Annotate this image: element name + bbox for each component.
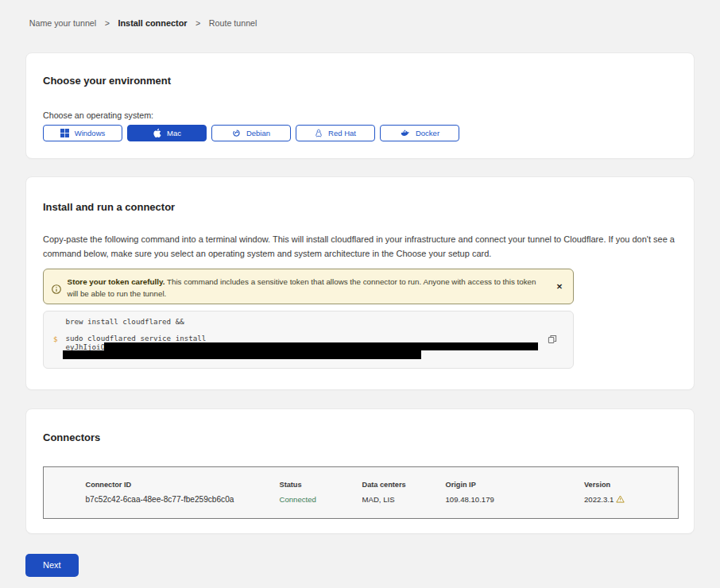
os-button-label: Debian xyxy=(246,129,270,137)
os-button-debian[interactable]: Debian xyxy=(211,125,291,141)
breadcrumb-route-tunnel[interactable]: Route tunnel xyxy=(209,19,257,28)
redacted-token-bar xyxy=(63,350,421,358)
column-header-status: Status xyxy=(280,482,302,489)
redacted-token-bar xyxy=(104,342,538,351)
debian-icon xyxy=(232,129,241,137)
os-button-label: Windows xyxy=(75,129,106,137)
install-connector-card: Install and run a connector Copy-paste t… xyxy=(25,176,695,390)
os-button-docker[interactable]: Docker xyxy=(380,125,459,141)
connector-status-value: Connected xyxy=(280,496,316,504)
copy-icon[interactable] xyxy=(547,335,558,346)
breadcrumb-name-your-tunnel[interactable]: Name your tunnel xyxy=(29,19,96,28)
connector-id-value: b7c52c42-6caa-48ee-8c77-fbe259cb6c0a xyxy=(86,496,234,504)
token-warning-text: Store your token carefully. This command… xyxy=(68,277,542,300)
install-connector-title: Install and run a connector xyxy=(43,202,175,212)
version-number: 2022.3.1 xyxy=(584,496,614,504)
install-connector-description: Copy-paste the following command into a … xyxy=(43,233,679,261)
info-circle-icon xyxy=(52,283,61,292)
os-button-redhat[interactable]: Red Hat xyxy=(296,125,375,141)
column-header-data-centers: Data centers xyxy=(362,482,406,489)
close-icon[interactable]: ✕ xyxy=(553,280,566,293)
connector-data-centers-value: MAD, LIS xyxy=(362,496,395,504)
os-button-label: Red Hat xyxy=(328,129,356,137)
column-header-origin-ip: Origin IP xyxy=(446,482,476,489)
column-header-connector-id: Connector ID xyxy=(86,482,132,489)
connectors-card: Connectors Connector ID Status Data cent… xyxy=(25,408,695,535)
terminal-prompt: $ xyxy=(53,335,58,342)
os-button-windows[interactable]: Windows xyxy=(43,125,122,141)
apple-icon xyxy=(153,128,161,138)
environment-card: Choose your environment Choose an operat… xyxy=(25,52,695,159)
os-button-label: Docker xyxy=(416,129,439,137)
os-button-label: Mac xyxy=(167,129,181,137)
connectors-table: Connector ID Status Data centers Origin … xyxy=(43,466,679,519)
token-warning-title: Store your token carefully. xyxy=(68,277,165,286)
docker-icon xyxy=(400,129,410,137)
connectors-title: Connectors xyxy=(43,432,100,443)
token-warning-alert: Store your token carefully. This command… xyxy=(43,269,574,305)
connector-version-value: 2022.3.1 xyxy=(584,496,625,504)
breadcrumb-separator: > xyxy=(195,19,200,28)
os-button-group: Windows Mac Debian Red Hat xyxy=(43,125,459,141)
breadcrumb-install-connector[interactable]: Install connector xyxy=(118,19,187,28)
windows-icon xyxy=(60,129,69,137)
column-header-version: Version xyxy=(584,482,610,489)
connector-origin-ip-value: 109.48.10.179 xyxy=(446,496,494,504)
breadcrumb-separator: > xyxy=(105,19,110,28)
breadcrumb: Name your tunnel > Install connector > R… xyxy=(29,19,257,28)
install-command-codeblock: brew install cloudflared && sudo cloudfl… xyxy=(43,311,574,369)
environment-card-title: Choose your environment xyxy=(43,75,171,86)
os-button-mac[interactable]: Mac xyxy=(127,125,207,141)
os-select-label: Choose an operating system: xyxy=(43,111,153,120)
warning-triangle-icon xyxy=(616,496,625,503)
next-button[interactable]: Next xyxy=(25,554,79,577)
tunnel-setup-page: Name your tunnel > Install connector > R… xyxy=(0,0,720,588)
redhat-icon xyxy=(315,129,323,138)
